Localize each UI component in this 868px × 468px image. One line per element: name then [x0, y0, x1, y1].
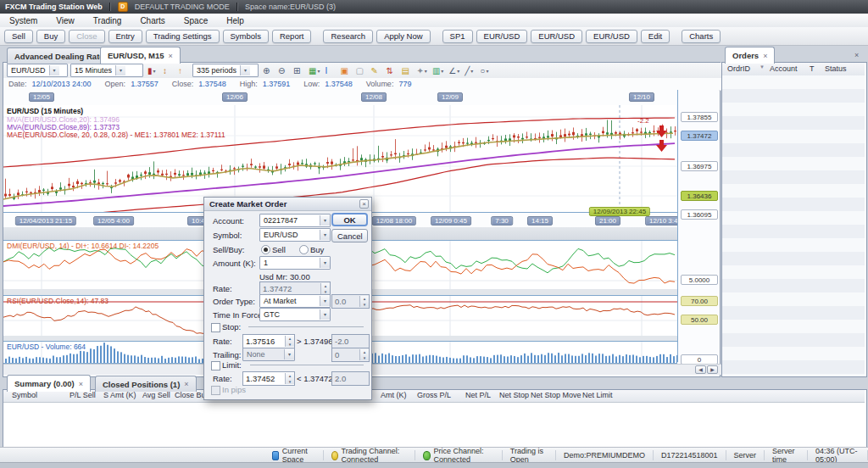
chevron-down-icon[interactable]: ▾ — [284, 349, 294, 359]
spinner-arrows-icon[interactable]: ▴▾ — [359, 296, 369, 307]
orders-column-t[interactable]: T — [810, 64, 815, 73]
symbol-select[interactable]: EUR/USD ▾ — [7, 64, 68, 77]
tab-close-icon[interactable]: × — [184, 380, 188, 388]
quick-tools-icon[interactable]: ✦▾ — [415, 64, 428, 77]
tab-close-icon[interactable]: × — [79, 380, 83, 388]
menu-system[interactable]: System — [0, 16, 47, 25]
orders-panel-close-icon[interactable]: × — [854, 51, 859, 59]
toolbar-symbols-button[interactable]: Symbols — [223, 30, 269, 43]
sell-radio[interactable] — [261, 245, 270, 254]
spinner-arrows-icon[interactable]: ▴▾ — [285, 373, 294, 384]
order-range-spinner[interactable]: 0.0 ▴▾ — [331, 294, 370, 309]
scroll-left-icon[interactable]: ◀ — [695, 365, 706, 374]
tab-close-icon[interactable]: × — [763, 52, 767, 60]
chart-type-icon[interactable]: ▮▾ — [146, 64, 159, 77]
limit-pips-field[interactable]: 2.0 — [331, 371, 370, 386]
amount-select[interactable]: 1 ▾ — [259, 256, 331, 270]
limit-checkbox[interactable] — [211, 361, 220, 370]
menu-help[interactable]: Help — [217, 16, 253, 25]
symbol-select-dialog[interactable]: EUR/USD ▾ — [259, 228, 331, 242]
toolbar-eur-usd-button[interactable]: EUR/USD — [476, 30, 528, 43]
summary-column-p-l-sell[interactable]: P/L Sell — [70, 391, 96, 399]
chevron-down-icon[interactable]: ▾ — [49, 65, 59, 75]
new-window-icon[interactable]: ▣ — [338, 64, 352, 77]
account-select[interactable]: 02217847 ▾ — [259, 214, 331, 227]
notes-icon[interactable]: ▤ — [399, 64, 413, 77]
zoom-out-icon[interactable]: ⊖ — [276, 64, 290, 77]
stop-checkbox[interactable] — [211, 323, 220, 332]
cancel-button[interactable]: Cancel — [331, 229, 368, 242]
toolbar-buy-button[interactable]: Buy — [36, 30, 65, 43]
toolbar-report-button[interactable]: Report — [272, 30, 312, 43]
summary-column-net-stop[interactable]: Net Stop — [499, 391, 529, 399]
text-tool-icon[interactable]: I — [323, 64, 337, 77]
chevron-down-icon[interactable]: ▾ — [240, 65, 250, 75]
dialog-close-icon[interactable]: × — [359, 199, 369, 209]
stop-pips-field[interactable]: -2.0 — [331, 334, 370, 348]
trendline-icon[interactable]: ∠▾ — [447, 64, 461, 77]
buy-radio[interactable] — [299, 245, 309, 254]
trailing-step-spinner[interactable]: 0 ▴▾ — [331, 348, 370, 362]
toolbar-sell-button[interactable]: Sell — [4, 30, 33, 43]
summary-column-amt-k[interactable]: Amt (K) — [381, 391, 407, 399]
toolbar-eur-usd-button[interactable]: EUR/USD — [586, 30, 637, 43]
orders-column-status[interactable]: Status — [825, 64, 847, 73]
spinner-arrows-icon[interactable]: ▴▾ — [320, 283, 330, 294]
trailing-select[interactable]: None ▾ — [242, 348, 295, 361]
price-scale-icon[interactable]: ↕ — [161, 64, 175, 77]
add-frame-icon[interactable]: ▦▾ — [307, 64, 321, 77]
summary-column-net-limit[interactable]: Net Limit — [582, 391, 613, 399]
duplicate-window-icon[interactable]: ▢ — [353, 64, 367, 77]
line-tool-icon[interactable]: ╱▾ — [463, 64, 476, 77]
orders-table-body[interactable] — [722, 75, 865, 376]
tab-closed-positions[interactable]: Closed Positions (1) × — [95, 376, 197, 392]
menu-view[interactable]: View — [47, 16, 84, 25]
tab-summary[interactable]: Summary (0.00) × — [7, 375, 91, 392]
chevron-down-icon[interactable]: ▾ — [320, 296, 330, 306]
summary-column-s-amt-k[interactable]: S Amt (K) — [103, 391, 136, 399]
menu-space[interactable]: Space — [175, 16, 217, 25]
toolbar-edit-button[interactable]: Edit — [641, 30, 670, 43]
order-type-select[interactable]: At Market ▾ — [259, 294, 331, 308]
toolbar-sp1-button[interactable]: SP1 — [442, 30, 473, 43]
spinner-arrows-icon[interactable]: ▴▾ — [285, 336, 294, 347]
orders-column-ordrid[interactable]: OrdrID — [727, 64, 750, 73]
menu-trading[interactable]: Trading — [84, 16, 131, 25]
chevron-down-icon[interactable]: ▾ — [320, 309, 330, 320]
ok-button[interactable]: OK — [331, 213, 368, 226]
summary-column-avg-sell[interactable]: Avg Sell — [142, 391, 170, 399]
timeframe-select[interactable]: 15 Minutes ▾ — [70, 64, 143, 77]
toolbar-trading-settings-button[interactable]: Trading Settings — [146, 30, 220, 43]
chevron-down-icon[interactable]: ▾ — [320, 215, 330, 226]
summary-column-gross-p-l[interactable]: Gross P/L — [417, 391, 451, 399]
toolbar-apply-now-button[interactable]: Apply Now — [376, 30, 430, 43]
toolbar-entry-button[interactable]: Entry — [108, 30, 142, 43]
zoom-select-icon[interactable]: ⊞ — [292, 64, 305, 77]
toolbar-close-button[interactable]: Close — [69, 30, 104, 43]
tab-eurusd-m15[interactable]: EUR/USD, M15 × — [100, 47, 181, 64]
tab-close-icon[interactable]: × — [169, 52, 173, 60]
measure-icon[interactable]: ✎ — [369, 64, 382, 77]
toolbar-charts-button[interactable]: Charts — [682, 30, 721, 43]
limit-rate-spinner[interactable]: 1.37452 ▴▾ — [242, 371, 295, 386]
add-chart-icon[interactable]: ▥▾ — [431, 64, 445, 77]
tab-orders[interactable]: Orders × — [725, 47, 775, 64]
toolbar-research-button[interactable]: Research — [323, 30, 373, 43]
spinner-arrows-icon[interactable]: ▴▾ — [359, 349, 369, 360]
menu-charts[interactable]: Charts — [131, 16, 174, 25]
zoom-in-icon[interactable]: ⊕ — [261, 64, 275, 77]
scroll-right-icon[interactable]: ▶ — [707, 365, 718, 374]
chevron-down-icon[interactable]: ▾ — [320, 230, 330, 240]
orders-column-account[interactable]: Account — [770, 64, 798, 73]
summary-column-net-p-l[interactable]: Net P/L — [465, 391, 491, 399]
stop-rate-spinner[interactable]: 1.37516 ▴▾ — [242, 334, 295, 348]
time-in-force-select[interactable]: GTC ▾ — [259, 308, 331, 321]
toolbar-eur-usd-button[interactable]: EUR/USD — [531, 30, 582, 43]
summary-column-symbol[interactable]: Symbol — [12, 391, 37, 399]
summary-column-net-stop-move[interactable]: Net Stop Move — [531, 391, 581, 399]
chevron-down-icon[interactable]: ▾ — [320, 258, 330, 268]
periods-select[interactable]: 335 periods ▾ — [192, 64, 259, 77]
auto-shift-icon[interactable]: ↑ — [176, 64, 190, 77]
chevron-down-icon[interactable]: ▾ — [115, 65, 125, 75]
sort-desc-icon[interactable]: ▼ — [760, 64, 765, 70]
